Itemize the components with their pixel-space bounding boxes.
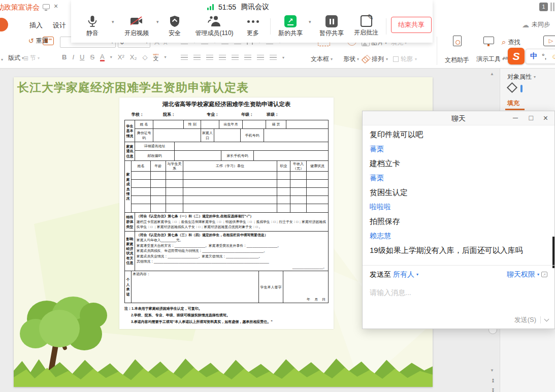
member-col-header: 健康状况 xyxy=(307,161,328,171)
document-tab[interactable]: 助政策宣讲会 xyxy=(0,3,40,12)
scroll-down-icon[interactable]: ▼ xyxy=(490,368,494,373)
underline-button[interactable]: U xyxy=(80,53,84,61)
security-button[interactable]: 安全 xyxy=(164,15,186,38)
sogou-logo-icon[interactable]: S xyxy=(508,48,525,64)
slideshow-icon[interactable]: ▷ xyxy=(543,36,555,46)
fill-tab[interactable]: 填充 xyxy=(507,99,519,108)
signal-bars-icon xyxy=(207,4,214,10)
maximize-icon[interactable]: □ xyxy=(529,114,533,122)
chevron-down-icon[interactable]: ▾ xyxy=(416,272,418,277)
pause-share-button[interactable]: 暂停共享 xyxy=(316,15,347,38)
form-label: 手机号码 xyxy=(241,129,264,142)
chevron-down-icon[interactable]: ▾ xyxy=(156,19,159,24)
collapsed-group-caret-icon[interactable]: ▾ xyxy=(1,57,3,62)
ime-punctuation-toggle[interactable]: °, xyxy=(542,52,547,60)
tab-insert[interactable]: 插入 xyxy=(29,21,43,30)
subscript-button[interactable]: X₂ xyxy=(130,53,137,61)
chat-message: 贫困生认定 xyxy=(370,187,547,197)
line-spacing-down-icon[interactable] xyxy=(257,55,264,60)
ime-emoji-icon[interactable]: ☺ xyxy=(551,52,555,60)
form-image[interactable]: 湖北省高等学校家庭经济困难学生资助申请认定表 学校： 院系： 专业： 年级： 班… xyxy=(119,97,334,329)
superscript-button[interactable]: X² xyxy=(118,53,124,61)
distribute-text-icon[interactable] xyxy=(232,55,239,60)
chevron-down-icon[interactable]: ▾ xyxy=(309,19,311,24)
close-icon[interactable]: × xyxy=(543,114,548,123)
chat-sender: 蕃栗 xyxy=(370,173,547,183)
chat-header[interactable]: 聊天 ─ □ × xyxy=(363,111,554,125)
layout-button[interactable]: 版式 xyxy=(8,54,20,62)
chevron-down-icon[interactable]: ▾ xyxy=(357,57,359,61)
more-button[interactable]: 更多 xyxy=(242,15,264,38)
member-cell-empty xyxy=(183,172,277,179)
chat-scrollbar-thumb[interactable] xyxy=(552,237,554,268)
reset-button[interactable]: 重置 xyxy=(36,37,48,45)
doc-assistant-button[interactable]: 文档助手 xyxy=(445,56,469,63)
phonetic-guide-button[interactable]: wén 文 xyxy=(153,53,158,61)
shapes-button[interactable]: 形状 xyxy=(343,55,355,63)
slide-title[interactable]: 长江大学家庭经济困难学生资助申请认定表 xyxy=(17,80,249,95)
chat-title: 聊天 xyxy=(363,114,554,123)
wps-logo-icon[interactable] xyxy=(0,18,8,31)
find-button[interactable]: 查找 xyxy=(508,38,520,47)
paint-bucket-icon[interactable] xyxy=(507,82,517,93)
member-cell-empty xyxy=(307,196,328,204)
chat-permission-button[interactable]: 聊天权限 xyxy=(507,270,535,279)
start-video-button[interactable]: 开启视频 xyxy=(120,15,153,38)
arrange-icon[interactable] xyxy=(363,56,370,63)
ime-language-toggle[interactable]: 中 xyxy=(530,52,537,61)
arrange-button[interactable]: 排列 xyxy=(372,55,384,63)
tab-design[interactable]: 设计 xyxy=(53,21,66,30)
line-spacing-up-icon[interactable] xyxy=(244,55,251,60)
chevron-down-icon[interactable]: ▾ xyxy=(537,272,539,277)
chevron-down-icon: ▾ xyxy=(415,57,417,61)
chat-message-input[interactable] xyxy=(363,283,554,313)
italic-button[interactable]: I xyxy=(72,53,74,61)
align-right-icon[interactable] xyxy=(206,55,213,60)
economic-line: 家庭成员失业情况：________________。家庭欠债情况：_______… xyxy=(137,254,327,259)
present-monitor-icon[interactable] xyxy=(43,4,50,9)
send-options-chevron-icon[interactable] xyxy=(544,317,549,322)
manage-members-button[interactable]: 管理成员(110) xyxy=(190,15,239,38)
form-note: 注：1.本表用于家庭经济困难学生认定，可复印。 xyxy=(124,306,329,312)
toolbar-separator xyxy=(386,18,386,35)
present-tools-icon[interactable] xyxy=(483,37,494,44)
bold-button[interactable]: B xyxy=(62,53,67,61)
font-color-button[interactable]: A xyxy=(100,53,105,61)
chevron-down-icon[interactable]: ▾ xyxy=(110,55,112,59)
object-properties-title[interactable]: 对象属性 xyxy=(507,73,532,81)
paragraph-spacing-icon[interactable] xyxy=(270,55,277,60)
sync-status[interactable]: 未同步 xyxy=(532,20,550,29)
textbox-button[interactable]: 文本框 xyxy=(311,55,329,63)
align-center-icon[interactable] xyxy=(193,55,201,60)
send-to-select[interactable]: 所有人 xyxy=(393,270,414,279)
chat-message-list[interactable]: 复印件就可以吧 蕃栗 建档立卡 蕃栗 贫困生认定 啦啦啦 拍照保存 赖志慧 19… xyxy=(363,125,554,264)
scroll-up-icon[interactable]: ▲ xyxy=(490,72,494,76)
end-share-button[interactable]: 结束共享 xyxy=(391,17,432,33)
minimize-icon[interactable]: ─ xyxy=(513,114,518,122)
chevron-down-icon[interactable]: ▾ xyxy=(282,55,284,60)
close-icon[interactable]: × xyxy=(54,2,58,10)
chevron-down-icon[interactable]: ▾ xyxy=(331,57,333,61)
strikethrough-button[interactable]: S xyxy=(90,53,94,61)
chevron-down-icon[interactable]: ▾ xyxy=(386,57,388,61)
tree-leaves xyxy=(39,310,80,347)
chevron-down-icon[interactable]: ▾ xyxy=(165,55,167,59)
new-share-button[interactable]: ↗ 新的共享 xyxy=(274,15,307,38)
popout-icon[interactable]: ↗ xyxy=(541,272,547,277)
annotate-button[interactable]: ✎ 开启批注 xyxy=(350,15,382,37)
eraser-icon[interactable]: ◇ xyxy=(142,53,147,61)
doc-assistant-icon[interactable] xyxy=(453,36,462,46)
mute-button[interactable]: 静音 xyxy=(78,15,107,38)
window-bars-icon xyxy=(550,3,554,11)
align-left-icon[interactable] xyxy=(181,55,188,60)
reset-icon[interactable]: ↺ xyxy=(28,37,34,45)
magnifier-icon[interactable]: ⌕ xyxy=(502,38,506,47)
send-button[interactable]: 发送(S) xyxy=(514,315,536,324)
align-justify-icon[interactable] xyxy=(219,55,226,60)
present-tools-button[interactable]: 演示工具 xyxy=(476,55,501,63)
chevron-down-icon[interactable]: ▾ xyxy=(534,75,536,79)
chevron-down-icon[interactable]: ▾ xyxy=(112,19,114,24)
paint-bucket-icon[interactable] xyxy=(520,85,523,92)
prev-slide-icon[interactable]: ▲▲ xyxy=(490,378,496,382)
next-slide-icon[interactable]: ▼▼ xyxy=(490,388,496,392)
